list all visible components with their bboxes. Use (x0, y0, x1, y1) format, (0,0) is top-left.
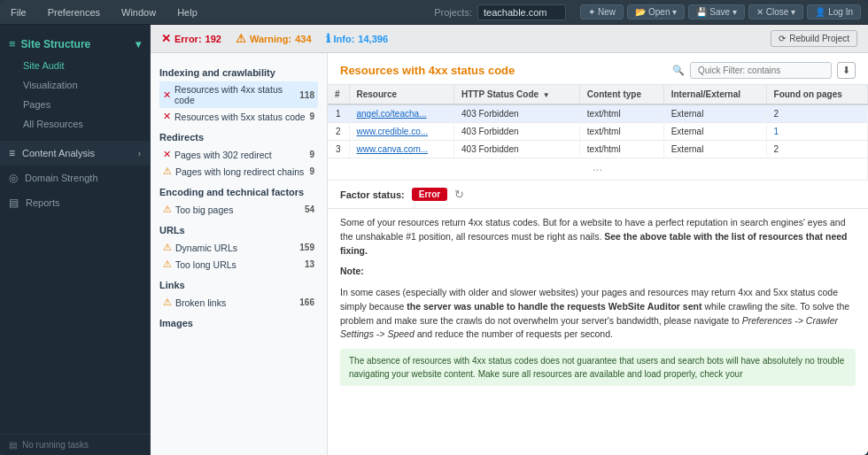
sidebar-item-domain-strength[interactable]: ◎ Domain Strength (0, 166, 150, 190)
projects-select[interactable]: teachable.com (477, 4, 566, 20)
site-structure-icon: ≡ (9, 37, 16, 50)
sidebar: ≡ Site Structure ▾ Site Audit Visualizat… (0, 25, 151, 455)
audit-item-label: Dynamic URLs (175, 243, 296, 253)
col-header-content-type: Content type (579, 85, 663, 104)
menu-file[interactable]: File (7, 5, 30, 19)
audit-item-count: 9 (309, 166, 314, 176)
info-count: 14,396 (358, 34, 388, 44)
audit-item-label: Too big pages (175, 204, 301, 215)
audit-item[interactable]: ⚠Pages with long redirect chains9 (159, 163, 318, 180)
audit-item-label: Broken links (175, 297, 296, 308)
reports-label: Reports (26, 197, 60, 208)
login-button[interactable]: 👤 Log In (807, 4, 861, 19)
factor-status-label: Factor status: (340, 189, 405, 200)
menu-preferences[interactable]: Preferences (44, 5, 104, 19)
green-note: The absence of resources with 4xx status… (340, 349, 856, 386)
sidebar-item-visualization[interactable]: Visualization (0, 75, 150, 95)
audit-item[interactable]: ⚠Broken links166 (159, 294, 318, 311)
cell-num: 1 (328, 104, 349, 123)
cell-content-type: text/html (579, 123, 663, 141)
warning-triangle-icon: ⚠ (163, 297, 172, 308)
audit-item[interactable]: ⚠Dynamic URLs159 (159, 239, 318, 256)
open-button[interactable]: 📂 Open ▾ (627, 4, 685, 19)
audit-item-count: 9 (309, 112, 314, 121)
audit-section-title: Indexing and crawlability (159, 67, 318, 78)
col-header-status[interactable]: HTTP Status Code ▼ (454, 85, 580, 104)
refresh-icon[interactable]: ↻ (454, 188, 464, 201)
sidebar-item-reports[interactable]: ▤ Reports (0, 190, 150, 215)
sidebar-item-all-resources[interactable]: All Resources (0, 114, 150, 134)
audit-section-title: Redirects (159, 132, 318, 143)
cell-found-on: 1 (766, 123, 867, 141)
sidebar-item-site-audit[interactable]: Site Audit (0, 56, 150, 75)
sidebar-item-pages[interactable]: Pages (0, 95, 150, 114)
rebuild-button[interactable]: ⟳ Rebuild Project (771, 30, 857, 47)
sidebar-site-structure-header[interactable]: ≡ Site Structure ▾ (0, 32, 150, 56)
cell-internal-external: External (663, 141, 766, 158)
audit-section-title: URLs (159, 225, 318, 235)
info-icon: ℹ (326, 32, 330, 45)
menu-bar: File Preferences Window Help Projects: t… (0, 0, 868, 25)
cell-content-type: text/html (579, 104, 663, 123)
filter-input[interactable] (690, 62, 832, 79)
table-row[interactable]: 1angel.co/teacha...403 Forbiddentext/htm… (328, 104, 868, 123)
menu-window[interactable]: Window (118, 5, 159, 19)
audit-item[interactable]: ✕Resources with 4xx status code118 (159, 81, 318, 108)
error-label: Error: (174, 34, 202, 44)
toolbar-buttons: ✦ New 📂 Open ▾ 💾 Save ▾ ✕ Close ▾ 👤 Log … (580, 4, 861, 19)
error-circle-icon: ✕ (163, 89, 171, 101)
rebuild-icon: ⟳ (779, 34, 786, 43)
cell-internal-external: External (663, 104, 766, 123)
content-analysis-icon: ≡ (9, 147, 15, 159)
resource-link[interactable]: www.canva.com... (357, 144, 429, 154)
cell-num: 3 (328, 141, 349, 158)
warning-triangle-icon: ⚠ (163, 258, 172, 270)
right-panel: Resources with 4xx status code 🔍 ⬇ (328, 53, 868, 455)
chevron-down-icon: ▾ (136, 38, 141, 50)
table-row[interactable]: 2www.credible.co...403 Forbiddentext/htm… (328, 123, 868, 141)
audit-item[interactable]: ✕Pages with 302 redirect9 (159, 146, 318, 163)
content-area: ✕ Error: 192 ⚠ Warning: 434 ℹ Info: 14,3… (151, 25, 868, 455)
col-header-resource: Resource (349, 85, 454, 104)
menu-help[interactable]: Help (174, 5, 201, 19)
error-circle-icon: ✕ (163, 149, 171, 160)
audit-item[interactable]: ⚠Too big pages54 (159, 201, 318, 218)
error-badge: ✕ Error: 192 (161, 32, 221, 45)
note-text: In some cases (especially with older and… (340, 286, 856, 342)
resource-link[interactable]: angel.co/teacha... (357, 109, 427, 119)
audit-item-count: 54 (305, 204, 314, 214)
cell-resource[interactable]: angel.co/teacha... (349, 104, 454, 123)
factor-status-bar: Factor status: Error ↻ (328, 181, 868, 209)
cell-resource[interactable]: www.credible.co... (349, 123, 454, 141)
warning-badge: ⚠ Warning: 434 (236, 32, 312, 45)
factor-status-badge: Error (412, 188, 447, 201)
audit-item-label: Resources with 4xx status code (174, 84, 296, 105)
audit-item[interactable]: ✕Resources with 5xx status code9 (159, 108, 318, 125)
expand-arrow: › (138, 149, 141, 158)
audit-item-label: Pages with 302 redirect (174, 150, 306, 160)
close-button[interactable]: ✕ Close ▾ (748, 4, 803, 19)
panels: Indexing and crawlability✕Resources with… (151, 53, 868, 455)
col-header-found-on: Found on pages (766, 85, 867, 104)
resource-link[interactable]: www.credible.co... (357, 127, 429, 136)
new-button[interactable]: ✦ New (580, 4, 624, 19)
cell-resource[interactable]: www.canva.com... (349, 141, 454, 158)
download-button[interactable]: ⬇ (837, 62, 856, 79)
sidebar-bottom: ▤ No running tasks (0, 434, 150, 455)
save-button[interactable]: 💾 Save ▾ (688, 4, 745, 19)
audit-item[interactable]: ⚠Too long URLs13 (159, 256, 318, 273)
info-badge: ℹ Info: 14,396 (326, 32, 388, 45)
domain-strength-icon: ◎ (9, 172, 18, 184)
warning-count: 434 (295, 34, 311, 44)
cell-found-on: 2 (766, 104, 867, 123)
sidebar-site-structure: ≡ Site Structure ▾ Site Audit Visualizat… (0, 25, 150, 141)
audit-section-title: Encoding and technical factors (159, 187, 318, 197)
warning-triangle-icon: ⚠ (163, 242, 172, 253)
table-row[interactable]: 3www.canva.com...403 Forbiddentext/htmlE… (328, 141, 868, 158)
sidebar-item-content-analysis[interactable]: ≡ Content Analysis › (0, 141, 150, 166)
cell-content-type: text/html (579, 141, 663, 158)
cell-status: 403 Forbidden (454, 123, 580, 141)
audit-item-label: Resources with 5xx status code (174, 112, 306, 122)
audit-panel: Indexing and crawlability✕Resources with… (151, 53, 328, 455)
tasks-icon: ▤ (9, 440, 17, 450)
